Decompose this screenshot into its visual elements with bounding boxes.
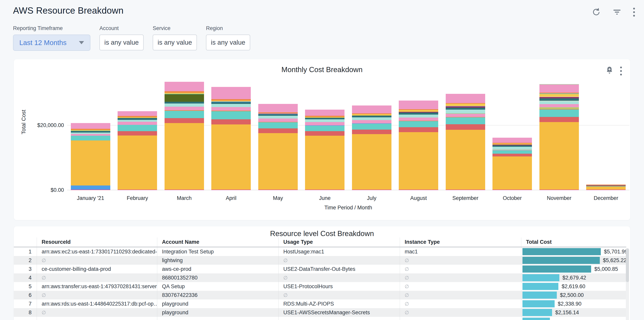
segment-magenta[interactable] — [118, 190, 157, 190]
segment-amber[interactable] — [71, 140, 110, 185]
segment-magenta[interactable] — [586, 190, 626, 190]
segment-darkteal[interactable] — [118, 118, 157, 120]
stacked-bar-April[interactable] — [211, 87, 251, 190]
segment-mint[interactable] — [118, 120, 157, 122]
segment-pink[interactable] — [399, 101, 438, 109]
segment-pink[interactable] — [446, 94, 485, 103]
segment-pink[interactable] — [164, 82, 204, 91]
segment-amber[interactable] — [211, 124, 251, 190]
segment-pink[interactable] — [352, 106, 392, 113]
stacked-bar-October[interactable] — [492, 138, 532, 190]
segment-red[interactable] — [258, 128, 298, 133]
segment-olive[interactable] — [164, 94, 204, 102]
segment-orange[interactable] — [164, 91, 204, 93]
segment-mint[interactable] — [492, 147, 532, 150]
segment-amber[interactable] — [586, 186, 626, 190]
column-header-Account Name[interactable]: Account Name — [157, 237, 278, 247]
segment-mint[interactable] — [258, 116, 298, 119]
stacked-bar-January '21[interactable] — [71, 123, 110, 190]
segment-teal[interactable] — [258, 122, 298, 128]
segment-pink[interactable] — [211, 107, 251, 111]
segment-pink[interactable] — [305, 110, 344, 116]
column-header-Usage Type[interactable]: Usage Type — [278, 237, 400, 247]
column-header-Instance Type[interactable]: Instance Type — [400, 237, 521, 247]
segment-magenta[interactable] — [492, 190, 532, 190]
segment-amber[interactable] — [258, 133, 298, 190]
segment-pink[interactable] — [305, 122, 344, 125]
segment-pink[interactable] — [211, 87, 251, 99]
refresh-icon[interactable] — [592, 8, 601, 17]
segment-red[interactable] — [211, 119, 251, 124]
segment-amber[interactable] — [446, 130, 485, 190]
segment-mint[interactable] — [305, 119, 344, 122]
segment-magenta[interactable] — [352, 190, 392, 190]
timeframe-dropdown[interactable]: Last 12 Months — [13, 35, 90, 51]
segment-magenta[interactable] — [71, 190, 110, 190]
stacked-bar-March[interactable] — [164, 82, 204, 190]
segment-red[interactable] — [118, 131, 157, 136]
segment-maroon[interactable] — [540, 97, 579, 98]
segment-darkteal[interactable] — [71, 131, 110, 133]
segment-teal[interactable] — [492, 150, 532, 153]
segment-blue[interactable] — [71, 185, 110, 190]
segment-mint[interactable] — [399, 115, 438, 118]
segment-darkteal[interactable] — [305, 118, 344, 119]
stacked-bar-December[interactable] — [586, 184, 626, 190]
segment-amber[interactable] — [399, 132, 438, 190]
segment-gold[interactable] — [352, 114, 392, 116]
segment-pink[interactable] — [164, 107, 204, 110]
segment-red[interactable] — [305, 131, 344, 136]
segment-red[interactable] — [446, 124, 485, 130]
segment-pink[interactable] — [352, 120, 392, 123]
segment-magenta[interactable] — [399, 190, 438, 190]
segment-red[interactable] — [352, 130, 392, 134]
segment-darkteal[interactable] — [164, 102, 204, 104]
segment-teal[interactable] — [399, 121, 438, 127]
stacked-bar-June[interactable] — [305, 110, 344, 190]
segment-teal[interactable] — [305, 126, 344, 131]
segment-mint[interactable] — [446, 110, 485, 113]
segment-magenta[interactable] — [540, 190, 579, 190]
service-filter-button[interactable]: is any value — [153, 35, 197, 50]
segment-amber[interactable] — [118, 136, 157, 190]
stacked-bar-August[interactable] — [399, 101, 438, 190]
segment-mint[interactable] — [211, 104, 251, 107]
alert-bell-icon[interactable] — [606, 66, 614, 76]
segment-pink[interactable] — [118, 111, 157, 116]
segment-magenta[interactable] — [258, 190, 298, 190]
segment-darkteal[interactable] — [211, 102, 251, 104]
segment-darkteal[interactable] — [492, 145, 532, 147]
segment-mint[interactable] — [540, 101, 579, 104]
more-vert-icon[interactable] — [633, 8, 635, 17]
segment-darkteal[interactable] — [258, 114, 298, 116]
segment-teal[interactable] — [352, 124, 392, 130]
segment-teal[interactable] — [540, 109, 579, 117]
segment-mint[interactable] — [71, 133, 110, 134]
segment-teal[interactable] — [446, 117, 485, 124]
segment-magenta[interactable] — [446, 190, 485, 190]
table-scrollbar-thumb[interactable] — [626, 248, 629, 282]
segment-magenta[interactable] — [211, 190, 251, 190]
more-vert-icon[interactable] — [620, 67, 622, 76]
segment-darkteal[interactable] — [352, 116, 392, 117]
segment-teal[interactable] — [118, 125, 157, 131]
stacked-bar-November[interactable] — [540, 84, 579, 190]
account-filter-button[interactable]: is any value — [100, 35, 144, 50]
segment-amber[interactable] — [352, 134, 392, 190]
segment-teal[interactable] — [71, 136, 110, 141]
filter-icon[interactable] — [612, 8, 622, 16]
segment-magenta[interactable] — [305, 190, 344, 190]
segment-gold[interactable] — [399, 110, 438, 112]
segment-red[interactable] — [492, 154, 532, 156]
segment-pink[interactable] — [71, 134, 110, 136]
column-header-ResourceId[interactable]: ResourceId — [37, 237, 157, 247]
stacked-bar-September[interactable] — [446, 94, 485, 190]
segment-pink[interactable] — [446, 114, 485, 117]
stacked-bar-May[interactable] — [258, 104, 298, 190]
segment-orange[interactable] — [211, 99, 251, 101]
segment-teal[interactable] — [164, 111, 204, 118]
segment-gold[interactable] — [446, 104, 485, 106]
segment-amber[interactable] — [164, 123, 204, 190]
segment-darkteal[interactable] — [399, 113, 438, 114]
segment-pink[interactable] — [399, 118, 438, 121]
